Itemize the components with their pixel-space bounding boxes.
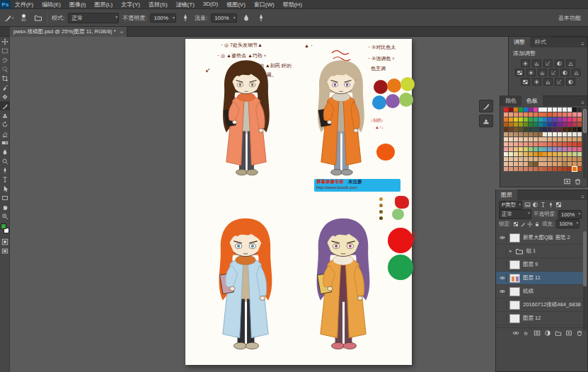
layer-thumbnail[interactable] [509, 314, 520, 323]
swatch[interactable] [529, 122, 533, 127]
swatch[interactable] [543, 122, 547, 127]
swatch[interactable] [563, 122, 567, 127]
tool-preset-icon[interactable]: ▾ [3, 12, 14, 23]
swatch[interactable] [563, 157, 567, 161]
hand-tool[interactable] [0, 202, 10, 211]
swatch[interactable] [572, 132, 577, 136]
airbrush-icon[interactable] [241, 12, 252, 23]
swatch[interactable] [553, 142, 557, 146]
screen-mode-button[interactable] [0, 246, 10, 255]
swatch[interactable] [543, 157, 547, 161]
pressure-size-icon[interactable] [255, 12, 267, 23]
swatch[interactable] [514, 152, 518, 156]
swatch[interactable] [504, 152, 508, 156]
layer-opacity-select[interactable]: 100% [558, 210, 582, 219]
layer-blend-mode-select[interactable]: 正常 [499, 209, 531, 219]
healing-brush-tool[interactable] [0, 92, 10, 101]
swatch[interactable] [519, 142, 523, 146]
move-tool[interactable] [0, 37, 10, 46]
swatch[interactable] [548, 152, 552, 156]
swatch[interactable] [572, 142, 577, 146]
swatch[interactable] [519, 117, 523, 122]
tab-styles[interactable]: 样式 [530, 37, 551, 47]
swatch[interactable] [553, 117, 557, 122]
swatch[interactable] [572, 157, 577, 161]
swatch[interactable] [548, 162, 552, 166]
swatch[interactable] [543, 142, 547, 146]
swatch[interactable] [524, 132, 528, 136]
swatch[interactable] [563, 137, 567, 141]
layer-row[interactable]: 图层 11 [496, 272, 584, 285]
swatch[interactable] [572, 152, 577, 156]
opacity-select[interactable]: 100% [150, 13, 175, 23]
swatch[interactable] [514, 167, 518, 171]
swatch[interactable] [567, 167, 572, 171]
quick-selection-tool[interactable] [0, 64, 10, 74]
swatch[interactable] [543, 162, 547, 166]
swatch[interactable] [548, 132, 552, 136]
collapsed-brush-panel-icon[interactable] [479, 100, 493, 112]
swatch[interactable] [543, 147, 547, 151]
menu-文字(Y)[interactable]: 文字(Y) [117, 1, 144, 8]
layer-row[interactable]: 图层 12 [496, 312, 584, 325]
swatch[interactable] [558, 162, 562, 166]
swatch[interactable] [553, 152, 557, 156]
layers-mask-button[interactable] [534, 330, 541, 337]
swatch[interactable] [538, 107, 543, 112]
swatch[interactable] [504, 147, 508, 151]
swatch[interactable] [529, 117, 533, 122]
swatch[interactable] [548, 107, 552, 112]
swatch[interactable] [509, 137, 513, 141]
swatch[interactable] [529, 157, 533, 161]
zoom-tool[interactable] [0, 211, 10, 221]
swatch[interactable] [563, 117, 567, 122]
canvas-document[interactable]: ・◎ 7处头发细节▲ ・◎ ▲姿势点 ▲巧劲＋ ▲别的 ▲刻画 好的 懂 藏。 … [185, 39, 412, 365]
menu-编辑(E)[interactable]: 编辑(E) [38, 1, 65, 8]
swatch[interactable] [538, 112, 543, 117]
swatch[interactable] [509, 157, 513, 161]
swatch[interactable] [534, 137, 538, 141]
swatch[interactable] [558, 132, 562, 136]
swatch[interactable] [577, 147, 582, 151]
swatch[interactable] [543, 137, 547, 141]
layer-visibility-toggle[interactable] [498, 301, 507, 309]
swatch[interactable] [572, 122, 577, 127]
swatch[interactable] [514, 122, 518, 127]
quick-mask-button[interactable] [0, 237, 10, 246]
swatch[interactable] [563, 127, 567, 132]
swatch[interactable] [558, 122, 562, 127]
swatch[interactable] [504, 107, 508, 112]
swatch[interactable] [572, 147, 577, 151]
swatch[interactable] [548, 112, 552, 117]
tab-color[interactable]: 颜色 [500, 95, 521, 106]
menu-图像(I)[interactable]: 图像(I) [65, 1, 91, 8]
swatch[interactable] [563, 152, 567, 156]
swatch[interactable] [538, 152, 543, 156]
swatch[interactable] [553, 167, 557, 171]
layer-name[interactable]: 新星大图Q版 画笔 2 [523, 234, 570, 241]
layer-visibility-toggle[interactable] [498, 274, 507, 282]
layer-thumbnail[interactable] [509, 233, 520, 243]
swatch[interactable] [504, 112, 508, 117]
swatch[interactable] [509, 167, 513, 171]
swatch[interactable] [558, 137, 562, 141]
swatch[interactable] [524, 112, 528, 117]
swatch[interactable] [567, 132, 572, 136]
swatch[interactable] [524, 107, 528, 112]
menu-3D(D)[interactable]: 3D(D) [199, 1, 222, 8]
swatch[interactable] [534, 112, 538, 117]
swatch[interactable] [529, 132, 533, 136]
swatch[interactable] [563, 132, 567, 136]
layer-thumbnail[interactable] [509, 274, 520, 283]
menu-帮助(H)[interactable]: 帮助(H) [279, 1, 306, 8]
layer-filter-select[interactable]: P类型 [499, 201, 522, 209]
layers-folder-button[interactable] [555, 330, 562, 337]
swatch[interactable] [504, 132, 508, 136]
swatches-scrollbar[interactable] [583, 107, 587, 178]
swatch[interactable] [577, 132, 582, 136]
swatch[interactable] [529, 107, 533, 112]
swatch[interactable] [529, 167, 533, 171]
swatch[interactable] [509, 122, 513, 127]
adjustment-1-icon[interactable] [532, 59, 541, 67]
foreground-color-well[interactable] [1, 223, 6, 229]
